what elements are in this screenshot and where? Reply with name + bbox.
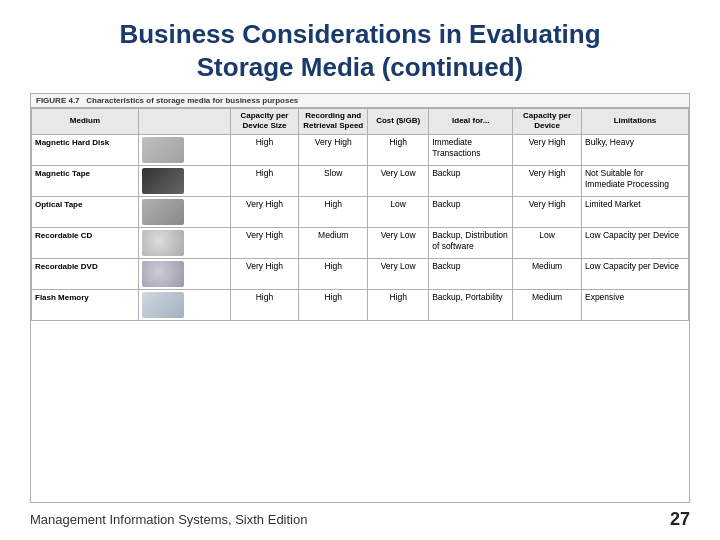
cell-capacity: High [230,134,299,165]
cell-cost: Very Low [368,227,429,258]
cell-image [138,134,230,165]
cell-medium: Recordable DVD [32,258,139,289]
table-container: FIGURE 4.7 Characteristics of storage me… [30,93,690,503]
cell-cost: Very Low [368,165,429,196]
cell-capacity: Very High [230,227,299,258]
cell-ideal: Backup, Distribution of software [429,227,513,258]
figure-label: FIGURE 4.7 Characteristics of storage me… [31,94,689,108]
cell-capacity: Very High [230,196,299,227]
title-line1: Business Considerations in Evaluating [119,19,600,49]
cell-capacity: Very High [230,258,299,289]
cell-image [138,196,230,227]
table-row: Magnetic TapeHighSlowVery LowBackupVery … [32,165,689,196]
cell-recording: High [299,258,368,289]
cell-recording: Slow [299,165,368,196]
cell-cap-device: Very High [513,134,582,165]
storage-table: Medium Capacity per Device Size Recordin… [31,108,689,321]
col-header-image [138,109,230,135]
col-header-cost: Cost ($/GB) [368,109,429,135]
cell-image [138,227,230,258]
cell-medium: Magnetic Hard Disk [32,134,139,165]
cell-limitations: Limited Market [581,196,688,227]
table-row: Recordable DVDVery HighHighVery LowBacku… [32,258,689,289]
cell-cost: High [368,289,429,320]
table-row: Recordable CDVery HighMediumVery LowBack… [32,227,689,258]
cell-image [138,258,230,289]
cell-capacity: High [230,165,299,196]
cell-limitations: Low Capacity per Device [581,258,688,289]
col-header-ideal: Ideal for... [429,109,513,135]
cell-ideal: Backup [429,258,513,289]
figure-number: FIGURE 4.7 [36,96,80,105]
cell-cost: Very Low [368,258,429,289]
cell-medium: Recordable CD [32,227,139,258]
page: Business Considerations in Evaluating St… [0,0,720,540]
col-header-capacity: Capacity per Device Size [230,109,299,135]
cell-ideal: Backup [429,165,513,196]
table-row: Flash MemoryHighHighHighBackup, Portabil… [32,289,689,320]
col-header-limitations: Limitations [581,109,688,135]
cell-limitations: Not Suitable for Immediate Processing [581,165,688,196]
cell-limitations: Expensive [581,289,688,320]
col-header-recording: Recording and Retrieval Speed [299,109,368,135]
table-row: Magnetic Hard DiskHighVery HighHighImmed… [32,134,689,165]
cell-capacity: High [230,289,299,320]
cell-cap-device: Medium [513,258,582,289]
figure-description: Characteristics of storage media for bus… [86,96,298,105]
footer-label: Management Information Systems, Sixth Ed… [30,512,307,527]
cell-medium: Magnetic Tape [32,165,139,196]
cell-recording: High [299,196,368,227]
col-header-medium: Medium [32,109,139,135]
col-header-cap-device: Capacity per Device [513,109,582,135]
cell-cost: High [368,134,429,165]
title-line2: Storage Media (continued) [197,52,523,82]
cell-cost: Low [368,196,429,227]
cell-medium: Optical Tape [32,196,139,227]
cell-cap-device: Low [513,227,582,258]
cell-ideal: Backup, Portability [429,289,513,320]
cell-cap-device: Medium [513,289,582,320]
page-title: Business Considerations in Evaluating St… [30,18,690,83]
cell-recording: High [299,289,368,320]
footer: Management Information Systems, Sixth Ed… [30,503,690,530]
cell-image [138,165,230,196]
cell-ideal: Immediate Transactions [429,134,513,165]
cell-ideal: Backup [429,196,513,227]
cell-recording: Medium [299,227,368,258]
cell-recording: Very High [299,134,368,165]
cell-limitations: Bulky, Heavy [581,134,688,165]
table-row: Optical TapeVery HighHighLowBackupVery H… [32,196,689,227]
cell-cap-device: Very High [513,165,582,196]
cell-medium: Flash Memory [32,289,139,320]
page-number: 27 [670,509,690,530]
cell-limitations: Low Capacity per Device [581,227,688,258]
cell-cap-device: Very High [513,196,582,227]
cell-image [138,289,230,320]
